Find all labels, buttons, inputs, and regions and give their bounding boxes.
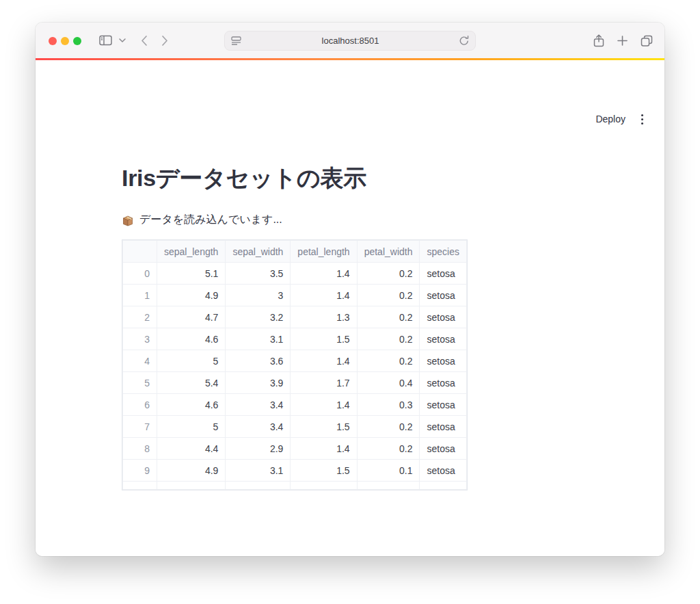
data-cell[interactable]: 1.4 [291, 285, 357, 306]
data-cell[interactable]: 5.4 [157, 372, 226, 394]
sidebar-toggle-button[interactable] [97, 23, 113, 58]
main-menu-button[interactable] [638, 112, 647, 127]
data-cell[interactable]: setosa [420, 285, 466, 306]
data-cell[interactable]: 4.4 [157, 438, 226, 460]
data-cell[interactable]: 1.4 [291, 438, 357, 460]
data-cell[interactable]: setosa [420, 350, 466, 372]
data-cell[interactable]: 1.5 [291, 328, 357, 350]
column-header-species[interactable]: species [420, 241, 466, 263]
deploy-button[interactable]: Deploy [595, 114, 625, 124]
data-cell[interactable]: 0.2 [357, 438, 420, 460]
column-header-sepal_length[interactable]: sepal_length [157, 241, 226, 263]
column-header-petal_width[interactable]: petal_width [357, 241, 420, 263]
row-index-cell[interactable]: 0 [123, 263, 157, 285]
data-cell[interactable]: 3 [226, 285, 291, 306]
data-cell[interactable]: 1.4 [291, 394, 357, 416]
header-row: sepal_lengthsepal_widthpetal_lengthpetal… [123, 241, 467, 263]
data-cell[interactable]: 0.2 [357, 350, 420, 372]
data-cell[interactable]: setosa [420, 263, 466, 285]
data-cell[interactable]: 4.6 [157, 394, 226, 416]
data-cell[interactable]: 5.1 [157, 263, 226, 285]
reload-icon[interactable] [459, 36, 469, 46]
table-row: 453.61.40.2setosa [123, 350, 467, 372]
data-cell[interactable]: 3.4 [226, 394, 291, 416]
tabs-icon [641, 35, 653, 47]
data-cell[interactable]: 0.2 [357, 306, 420, 328]
chevron-right-icon [162, 36, 168, 46]
data-cell[interactable]: setosa [420, 372, 466, 394]
browser-window: localhost:8501 [36, 23, 664, 556]
address-bar[interactable]: localhost:8501 [224, 31, 476, 51]
data-cell[interactable]: 0.3 [357, 394, 420, 416]
kebab-dot [641, 122, 643, 124]
data-cell[interactable]: setosa [420, 460, 466, 482]
data-cell[interactable]: 4.6 [157, 328, 226, 350]
iris-table: sepal_lengthsepal_widthpetal_lengthpetal… [122, 240, 467, 490]
data-cell[interactable]: 3.2 [226, 306, 291, 328]
plus-icon [617, 36, 628, 46]
dataframe: sepal_lengthsepal_widthpetal_lengthpetal… [122, 239, 468, 490]
row-index-cell[interactable]: 5 [123, 372, 157, 394]
row-index-cell[interactable]: 6 [123, 394, 157, 416]
data-cell[interactable]: 0.2 [357, 285, 420, 306]
data-cell[interactable]: 5 [157, 350, 226, 372]
row-index-cell[interactable]: 8 [123, 438, 157, 460]
data-cell[interactable]: 1.3 [291, 306, 357, 328]
chevron-down-icon [119, 38, 126, 42]
empty-cell [157, 482, 226, 490]
data-cell[interactable]: 3.4 [226, 416, 291, 438]
data-cell[interactable]: 3.6 [226, 350, 291, 372]
reader-options-icon [231, 36, 241, 45]
url-text[interactable]: localhost:8501 [241, 36, 459, 46]
data-cell[interactable]: setosa [420, 416, 466, 438]
close-window-button[interactable] [49, 37, 57, 45]
data-cell[interactable]: setosa [420, 328, 466, 350]
data-cell[interactable]: 0.2 [357, 416, 420, 438]
back-button[interactable] [138, 23, 149, 58]
table-row: 34.63.11.50.2setosa [123, 328, 467, 350]
row-index-cell[interactable]: 9 [123, 460, 157, 482]
data-cell[interactable]: setosa [420, 306, 466, 328]
sidebar-menu-chevron[interactable] [118, 23, 127, 58]
data-cell[interactable]: 1.4 [291, 263, 357, 285]
data-cell[interactable]: 1.5 [291, 460, 357, 482]
data-cell[interactable]: 3.5 [226, 263, 291, 285]
minimize-window-button[interactable] [61, 37, 69, 45]
table-row: 24.73.21.30.2setosa [123, 306, 467, 328]
table-row: 753.41.50.2setosa [123, 416, 467, 438]
row-index-cell[interactable]: 1 [123, 285, 157, 306]
column-header-sepal_width[interactable]: sepal_width [226, 241, 291, 263]
tab-overview-button[interactable] [639, 23, 654, 58]
share-button[interactable] [592, 23, 606, 58]
data-cell[interactable]: 4.7 [157, 306, 226, 328]
data-cell[interactable]: setosa [420, 438, 466, 460]
data-cell[interactable]: 0.4 [357, 372, 420, 394]
column-header-petal_length[interactable]: petal_length [291, 241, 357, 263]
data-cell[interactable]: 3.1 [226, 328, 291, 350]
data-cell[interactable]: 3.1 [226, 460, 291, 482]
data-cell[interactable]: setosa [420, 394, 466, 416]
data-cell[interactable]: 4.9 [157, 285, 226, 306]
forward-button[interactable] [159, 23, 170, 58]
data-cell[interactable]: 3.9 [226, 372, 291, 394]
index-column-header[interactable] [123, 241, 157, 263]
data-cell[interactable]: 2.9 [226, 438, 291, 460]
data-cell[interactable]: 1.7 [291, 372, 357, 394]
row-index-cell[interactable]: 2 [123, 306, 157, 328]
row-index-cell[interactable]: 7 [123, 416, 157, 438]
data-cell[interactable]: 5 [157, 416, 226, 438]
zoom-window-button[interactable] [73, 37, 81, 45]
data-cell[interactable]: 1.5 [291, 416, 357, 438]
data-cell[interactable]: 0.2 [357, 328, 420, 350]
row-index-cell[interactable]: 3 [123, 328, 157, 350]
data-cell[interactable]: 1.4 [291, 350, 357, 372]
row-index-cell[interactable]: 4 [123, 350, 157, 372]
trailing-empty-row [123, 482, 467, 490]
share-icon [593, 34, 604, 47]
data-cell[interactable]: 0.2 [357, 263, 420, 285]
loading-text: データを読み込んでいます... [139, 213, 282, 227]
empty-cell [226, 482, 291, 490]
new-tab-button[interactable] [615, 23, 629, 58]
data-cell[interactable]: 0.1 [357, 460, 420, 482]
data-cell[interactable]: 4.9 [157, 460, 226, 482]
